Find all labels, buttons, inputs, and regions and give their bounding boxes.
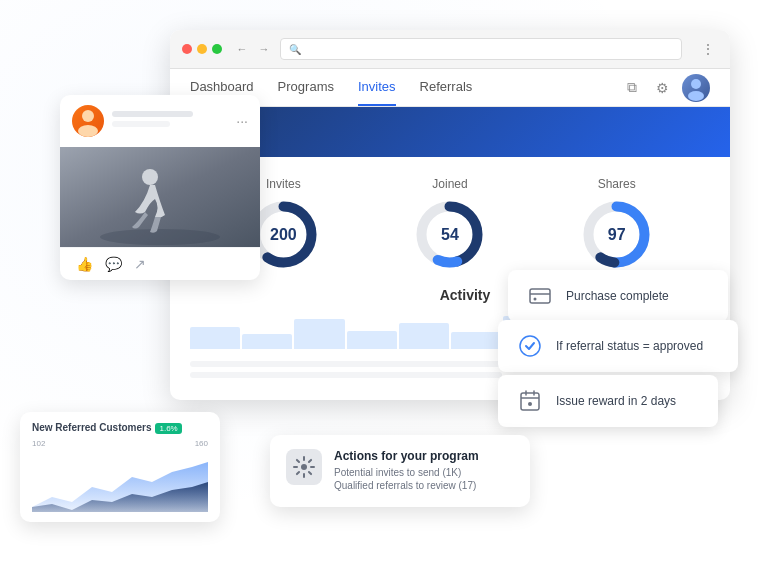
invites-label: Invites bbox=[266, 177, 301, 191]
like-icon[interactable]: 👍 bbox=[76, 256, 93, 272]
traffic-light-red[interactable] bbox=[182, 44, 192, 54]
referral-status-text: If referral status = approved bbox=[556, 339, 703, 353]
back-button[interactable]: ← bbox=[234, 41, 250, 57]
comment-icon[interactable]: 💬 bbox=[105, 256, 122, 272]
svg-point-18 bbox=[142, 169, 158, 185]
browser-icons: ⧉ ⚙ bbox=[622, 74, 710, 102]
actions-icon-wrap bbox=[286, 449, 322, 485]
automation-card-purchase: Purchase complete bbox=[508, 270, 728, 322]
card-menu-icon[interactable]: ··· bbox=[236, 113, 248, 129]
shares-value: 97 bbox=[608, 226, 626, 244]
invites-value: 200 bbox=[270, 226, 297, 244]
social-card: ··· bbox=[60, 95, 260, 280]
traffic-lights bbox=[182, 44, 222, 54]
tab-programs[interactable]: Programs bbox=[278, 69, 334, 106]
referral-status-icon bbox=[514, 330, 546, 362]
svg-point-17 bbox=[100, 229, 220, 245]
actions-content: Actions for your program Potential invit… bbox=[334, 449, 479, 493]
joined-donut: 54 bbox=[412, 197, 487, 272]
settings-icon[interactable]: ⚙ bbox=[652, 78, 672, 98]
reward-text: Issue reward in 2 days bbox=[556, 394, 676, 408]
traffic-light-yellow[interactable] bbox=[197, 44, 207, 54]
svg-point-15 bbox=[78, 125, 98, 137]
share-icon[interactable]: ↗ bbox=[134, 256, 146, 272]
shares-donut: 97 bbox=[579, 197, 654, 272]
automation-card-referral: If referral status = approved bbox=[498, 320, 738, 372]
user-avatar[interactable] bbox=[682, 74, 710, 102]
chart-badge: 1.6% bbox=[155, 423, 181, 434]
chart-title: New Referred Customers bbox=[32, 422, 151, 433]
tab-referrals[interactable]: Referrals bbox=[420, 69, 473, 106]
svg-point-4 bbox=[691, 79, 701, 89]
chart-card: New Referred Customers 1.6% 102 160 bbox=[20, 412, 220, 522]
copy-icon[interactable]: ⧉ bbox=[622, 78, 642, 98]
chart-area bbox=[32, 452, 208, 512]
browser-menu-icon[interactable]: ⋮ bbox=[698, 39, 718, 59]
stat-shares: Shares 97 bbox=[579, 177, 654, 272]
browser-nav: ← → bbox=[234, 41, 272, 57]
activity-bar bbox=[294, 319, 344, 349]
activity-bar bbox=[190, 327, 240, 349]
svg-point-5 bbox=[688, 91, 704, 101]
purchase-text: Purchase complete bbox=[566, 289, 669, 303]
actions-line-1: Potential invites to send (1K) bbox=[334, 467, 479, 478]
address-bar[interactable]: 🔍 bbox=[280, 38, 682, 60]
joined-value: 54 bbox=[441, 226, 459, 244]
activity-bar bbox=[451, 332, 501, 349]
shares-label: Shares bbox=[598, 177, 636, 191]
automation-card-reward: Issue reward in 2 days bbox=[498, 375, 718, 427]
card-image bbox=[60, 147, 260, 247]
chart-label-low: 102 bbox=[32, 439, 45, 448]
content-line bbox=[190, 372, 502, 378]
profile-name-line bbox=[112, 111, 193, 117]
svg-point-28 bbox=[301, 464, 307, 470]
activity-bar bbox=[347, 331, 397, 350]
profile-subtitle-line bbox=[112, 121, 170, 127]
chart-label-high: 160 bbox=[195, 439, 208, 448]
svg-point-22 bbox=[520, 336, 540, 356]
svg-point-27 bbox=[528, 402, 532, 406]
card-actions: 👍 💬 ↗ bbox=[60, 247, 260, 280]
forward-button[interactable]: → bbox=[256, 41, 272, 57]
social-card-header: ··· bbox=[60, 95, 260, 147]
profile-avatar bbox=[72, 105, 104, 137]
actions-title: Actions for your program bbox=[334, 449, 479, 463]
tab-invites[interactable]: Invites bbox=[358, 69, 396, 106]
traffic-light-green[interactable] bbox=[212, 44, 222, 54]
chart-labels: 102 160 bbox=[32, 439, 208, 448]
browser-chrome: ← → 🔍 ⋮ bbox=[170, 30, 730, 69]
actions-line-2: Qualified referrals to review (17) bbox=[334, 480, 479, 491]
svg-rect-19 bbox=[530, 289, 550, 303]
profile-info bbox=[112, 111, 228, 131]
reward-icon bbox=[514, 385, 546, 417]
stat-joined: Joined 54 bbox=[412, 177, 487, 272]
activity-bar bbox=[242, 334, 292, 349]
svg-point-21 bbox=[534, 298, 537, 301]
activity-bar bbox=[399, 323, 449, 349]
svg-point-14 bbox=[82, 110, 94, 122]
scene: ← → 🔍 ⋮ Dashboard Programs Invites Refer… bbox=[0, 0, 768, 577]
actions-card: Actions for your program Potential invit… bbox=[270, 435, 530, 507]
purchase-icon bbox=[524, 280, 556, 312]
svg-rect-23 bbox=[521, 393, 539, 410]
joined-label: Joined bbox=[432, 177, 467, 191]
